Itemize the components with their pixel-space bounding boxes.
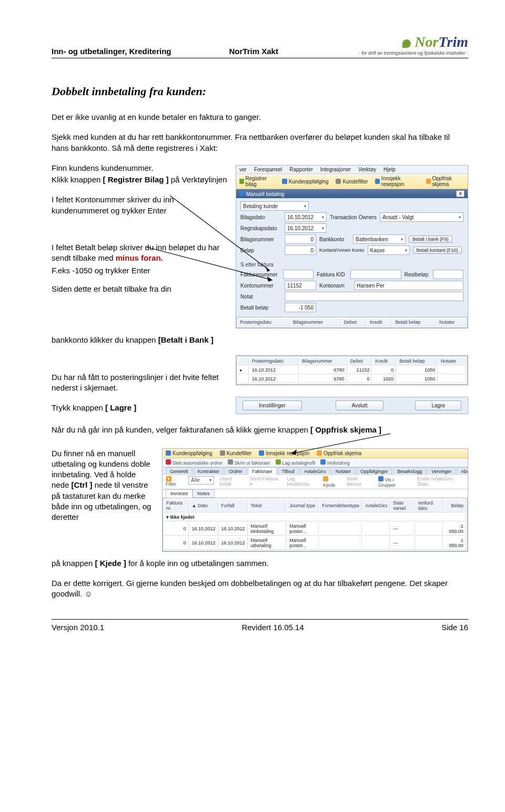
paragraph: I feltet Kontonummer skriver du inn kund… <box>52 194 225 216</box>
menu-item[interactable]: Forespørsel <box>254 167 282 172</box>
betalt-i-bank-button[interactable]: Betalt i bank (F9) <box>409 235 452 243</box>
notat-input[interactable] <box>285 292 463 301</box>
header-center: NorTrim Xakt <box>229 47 278 56</box>
kontant-select[interactable]: Kasse <box>368 245 410 255</box>
betalt-kontant-button[interactable]: Betalt kontant (F10) <box>413 246 462 254</box>
bilagsnr-input[interactable]: 0 <box>285 234 316 244</box>
filter-icon <box>220 450 225 456</box>
tab-ordrer[interactable]: Ordrer <box>225 467 247 475</box>
kontonr-input[interactable]: 11152 <box>285 281 316 290</box>
smiley-icon <box>85 589 93 598</box>
paragraph: Det er ikke uvanlig at en kunde betaler … <box>52 112 468 122</box>
action-send-faktura[interactable]: Send Faktura ▾ <box>250 476 282 488</box>
faktura-grid: Faktura nr. ▲ Dato Forfall Tekst Journal… <box>163 498 468 551</box>
header-left: Inn- og utbetalinger, Kreditering <box>52 47 171 56</box>
group-row[interactable]: ▾ Ikke kjedet <box>164 513 466 521</box>
betalt-belop-input[interactable]: -1 050 <box>285 303 316 312</box>
innstillinger-button[interactable]: Innstillinger <box>243 400 302 410</box>
paragraph: bankkonto klikker du knappen [Betalt i B… <box>52 335 468 345</box>
delete-icon <box>166 459 171 465</box>
action-betal[interactable]: Betal faktura <box>347 476 373 488</box>
toolbar-oppfrisk[interactable]: Oppfrisk skjema <box>426 176 464 187</box>
action-kjede[interactable]: Kjede <box>323 476 341 488</box>
document-icon <box>239 179 244 184</box>
menu-item[interactable]: Integrasjoner <box>320 167 351 172</box>
fakturanr-input[interactable] <box>283 270 314 279</box>
paragraph: Du finner nå en manuell utbetaling og ku… <box>52 448 152 523</box>
action-innfordring[interactable]: Innfordring <box>320 459 350 466</box>
action-avtalegiro[interactable]: Lag avtalegirofil <box>276 459 316 466</box>
toolbar-innsjekk[interactable]: Innsjekk resepsjon <box>375 176 419 187</box>
subtab-invoices[interactable]: Invoices <box>166 489 193 498</box>
action-vis-grupper[interactable]: Vis i Grupper <box>378 476 412 488</box>
menu-item[interactable]: Rapporter <box>289 167 312 172</box>
table-row[interactable]: 0 16.10.2012 16.10.2012 Manuell innbetal… <box>164 522 466 536</box>
toolbar-registrer-bilag[interactable]: Registrer bilag <box>239 176 275 187</box>
menu-item[interactable]: Verktøy <box>358 167 376 172</box>
door-icon <box>259 450 264 456</box>
paragraph: F.eks -1050 og trykker Enter <box>52 265 225 276</box>
tab-avtalegiro[interactable]: AvtaleGiro <box>300 467 330 475</box>
footer-version: Versjon 2010.1 <box>52 623 104 632</box>
window-titlebar: Manuell betaling × <box>236 189 468 198</box>
action-slett[interactable]: Slett automatiske ordrer <box>166 459 223 466</box>
table-row[interactable]: 16.10.2012 6780 0 1920 1050 <box>238 375 466 383</box>
page-header: Inn- og utbetalinger, Kreditering NorTri… <box>52 34 468 58</box>
filter-select[interactable]: Alle <box>188 476 214 485</box>
table-row[interactable]: 0 16.10.2012 16.10.2012 Manuell utbetali… <box>164 537 466 550</box>
fakturakid-input[interactable] <box>350 270 401 279</box>
tab-abonnementer[interactable]: Abonnementer <box>457 467 468 475</box>
screenshot-manuell-betaling: ver Forespørsel Rapporter Integrasjoner … <box>236 165 468 328</box>
paragraph: Sjekk med kunden at du har rett bankkont… <box>52 132 468 153</box>
print-icon <box>228 459 233 465</box>
menu-item[interactable]: Hjelp <box>383 167 396 172</box>
paragraph: I feltet Betalt beløp skriver du inn bel… <box>52 242 225 264</box>
refresh-icon <box>317 450 322 456</box>
logo-nor: Nor <box>415 34 438 50</box>
window-icon <box>239 191 245 196</box>
paragraph: Da er dette korrigert. Gi gjerne kunden … <box>52 578 468 600</box>
tab-generelt[interactable]: Generelt <box>166 467 193 475</box>
tab-tilbud[interactable]: Tilbud <box>278 467 299 475</box>
toolbar-innsjekk[interactable]: Innsjekk resepsjon <box>259 450 309 456</box>
action-endre[interactable]: Endre AvtaleGiro Statu <box>417 476 464 488</box>
regnskapsdato-input[interactable]: 16.10.2012 <box>285 223 327 233</box>
bilagsdato-input[interactable]: 16.10.2012 <box>285 212 327 222</box>
folder-icon <box>320 459 326 465</box>
menubar: ver Forespørsel Rapporter Integrasjoner … <box>236 166 468 174</box>
menu-item[interactable]: ver <box>239 167 247 172</box>
section-heading: Dobbelt innbetaling fra kunden: <box>52 85 468 98</box>
close-icon[interactable]: × <box>456 190 464 197</box>
posteringer-grid-empty: Posteringsdato Bilagsnummer Debet Kredit… <box>236 317 468 328</box>
tab-vervinger[interactable]: Vervinger <box>427 467 456 475</box>
toolbar-kundefilter[interactable]: Kundefilter <box>220 450 252 456</box>
toolbar: Registrer bilag Kundeoppfølging Kundefil… <box>236 174 468 189</box>
betaling-kunde-select[interactable]: Betaling kunde <box>240 201 309 211</box>
section-label: S etter faktura <box>236 260 468 269</box>
table-row[interactable]: ▸ 16.10.2012 6780 11152 0 1050 <box>238 366 466 374</box>
toolbar-kundeoppfolging[interactable]: Kundeoppfølging <box>166 450 213 456</box>
bankkonto-select[interactable]: Batteribanken <box>353 234 406 244</box>
toolbar-oppfrisk[interactable]: Oppfrisk skjema <box>317 450 361 456</box>
chain-icon <box>323 476 328 481</box>
toolbar-kundefilter[interactable]: Kundefilter <box>336 176 368 187</box>
lagre-button[interactable]: Lagre <box>415 400 461 410</box>
kontonavn-input[interactable]: Hansen Per <box>354 281 463 290</box>
action-skriv-ut[interactable]: Skriv ut fakturaer <box>228 459 270 466</box>
belop-input[interactable]: 0 <box>285 245 316 255</box>
door-icon <box>375 179 380 184</box>
tab-notater[interactable]: Notater <box>331 467 356 475</box>
tab-besokslogg[interactable]: Besøkslogg <box>393 467 426 475</box>
toolbar-kundeoppfolging[interactable]: Kundeoppfølging <box>282 176 329 187</box>
trx-owners-select[interactable]: Ansatt - Valgt <box>380 212 463 222</box>
tab-kontrakter[interactable]: Kontrakter <box>194 467 224 475</box>
avslutt-button[interactable]: Avslutt <box>336 400 384 410</box>
tab-oppfolginger[interactable]: Oppfølginger <box>356 467 392 475</box>
subtab-notes[interactable]: Notes <box>193 489 215 498</box>
tab-fakturaer[interactable]: Fakturaer <box>248 467 277 475</box>
action-kredittnota[interactable]: Lag kredittnota <box>287 476 318 488</box>
footer-revised: Revidert 16.05.14 <box>241 623 304 632</box>
action-utsett[interactable]: Utsett forfall <box>219 476 244 488</box>
restbelop-input[interactable] <box>433 270 463 279</box>
logo-tagline: - for drift av treningssentere og fysika… <box>358 50 468 56</box>
